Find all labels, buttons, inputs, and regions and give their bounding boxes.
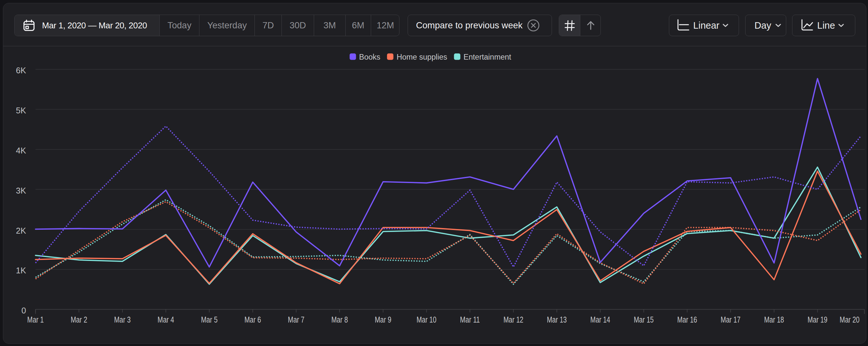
svg-text:Mar 6: Mar 6 [244,315,261,324]
svg-text:Mar 7: Mar 7 [288,315,305,324]
svg-text:Mar 19: Mar 19 [808,315,828,324]
svg-text:Mar 9: Mar 9 [375,315,391,324]
svg-text:Mar 20: Mar 20 [840,315,860,324]
svg-text:Mar 10: Mar 10 [417,315,437,324]
svg-text:Mar 1: Mar 1 [27,315,44,324]
svg-text:3K: 3K [16,186,26,195]
svg-text:4K: 4K [16,146,26,155]
svg-text:Mar 8: Mar 8 [331,315,348,324]
svg-text:0: 0 [22,306,26,315]
svg-text:Mar 18: Mar 18 [764,315,784,324]
svg-text:Home supplies: Home supplies [397,53,447,61]
svg-text:6K: 6K [16,66,26,75]
svg-text:Mar 4: Mar 4 [158,315,174,324]
svg-text:Mar 17: Mar 17 [721,315,741,324]
svg-text:Books: Books [359,53,380,61]
svg-text:2K: 2K [16,226,26,235]
svg-text:Mar 16: Mar 16 [677,315,697,324]
svg-text:Mar 15: Mar 15 [634,315,654,324]
svg-text:1K: 1K [16,266,26,275]
svg-text:Mar 3: Mar 3 [114,315,131,324]
svg-text:Mar 11: Mar 11 [460,315,480,324]
svg-text:Mar 5: Mar 5 [201,315,218,324]
svg-text:Mar 2: Mar 2 [71,315,87,324]
svg-text:Mar 14: Mar 14 [590,315,610,324]
svg-text:Mar 13: Mar 13 [547,315,567,324]
svg-text:5K: 5K [16,106,26,115]
svg-text:Mar 12: Mar 12 [503,315,523,324]
svg-text:Entertainment: Entertainment [464,53,512,61]
